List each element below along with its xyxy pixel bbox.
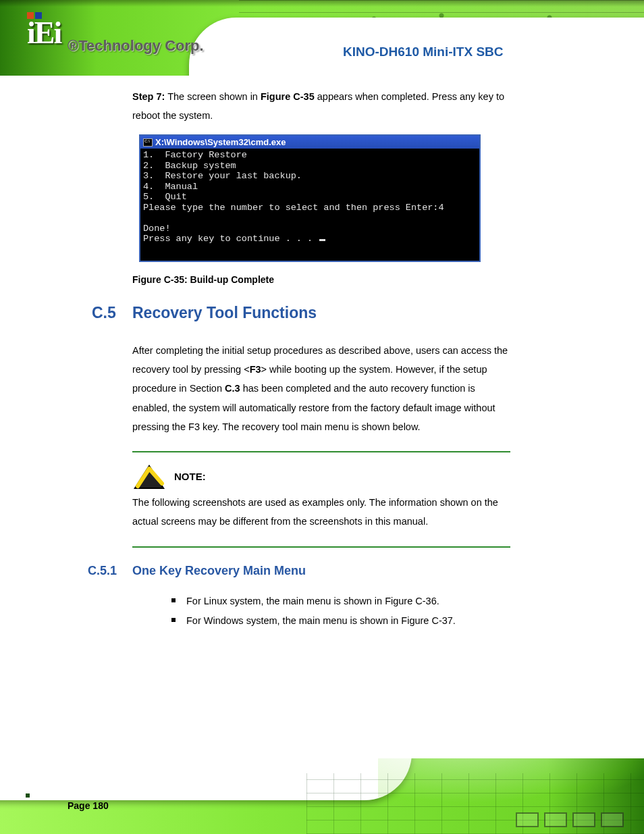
step-text-a: The screen shown in xyxy=(167,91,261,102)
console-line-1: 2. Backup system xyxy=(143,161,236,171)
logo-icon: iEi xyxy=(27,12,68,43)
list-item: For Linux system, the main menu is shown… xyxy=(171,592,510,611)
console-line-5: Please type the number to select and the… xyxy=(143,203,444,213)
subsection-num: C.5.1 xyxy=(88,564,117,578)
console-body: 1. Factory Restore 2. Backup system 3. R… xyxy=(140,149,479,261)
section-num: C.5 xyxy=(92,304,116,322)
page-content: Step 7: The screen shown in Figure C-35 … xyxy=(132,88,510,631)
console-titlebar: X:\Windows\System32\cmd.exe xyxy=(140,136,479,149)
subsection-heading-c51: C.5.1 One Key Recovery Main Menu xyxy=(132,564,510,578)
note-box: NOTE: The following screenshots are used… xyxy=(132,451,510,548)
note-icon xyxy=(132,463,166,490)
doc-title: KINO-DH610 Mini-ITX SBC xyxy=(343,45,504,59)
console-title-path: X:\Windows\System32\cmd.exe xyxy=(155,137,286,147)
console-line-0: 1. Factory Restore xyxy=(143,150,247,160)
step0-hidden: Step 0: xyxy=(215,110,246,121)
step-text-c: reboot the system. xyxy=(132,110,213,121)
step-num: Step 7: xyxy=(132,91,165,102)
logo-reg: ® xyxy=(68,37,78,54)
page-number: Page 180 xyxy=(26,800,67,811)
footer-banner xyxy=(0,758,644,834)
step-fig-ref: Figure C-35 xyxy=(261,91,315,102)
step7-text: Step 7: The screen shown in Figure C-35 … xyxy=(132,88,510,125)
list-item: For Windows system, the main menu is sho… xyxy=(171,611,510,631)
bullet-list: For Linux system, the main menu is shown… xyxy=(171,592,510,631)
section-paragraph: After completing the initial setup proce… xyxy=(132,341,510,436)
console-cursor xyxy=(319,239,325,241)
section-heading-c5: C.5 Recovery Tool Functions xyxy=(132,304,510,322)
footer-chip-icons xyxy=(516,812,624,827)
para1-ref: C.3 xyxy=(225,383,240,394)
cmd-icon xyxy=(143,138,153,147)
header-banner: iEi ®Technology Corp. KINO-DH610 Mini-IT… xyxy=(0,0,644,76)
para1-key: F3 xyxy=(250,364,261,375)
note-title: NOTE: xyxy=(174,467,206,486)
logo-tagline: ®Technology Corp. xyxy=(68,37,204,55)
logo-text: iEi xyxy=(27,15,61,51)
note-head: NOTE: xyxy=(132,463,510,490)
console-line-8: Press any key to continue . . . xyxy=(143,234,318,244)
note-text: The following screenshots are used as ex… xyxy=(132,493,510,531)
logo: iEi xyxy=(27,12,68,43)
page-number-text: Page 180 xyxy=(68,800,109,811)
page-num-dot-icon xyxy=(26,793,30,798)
console-line-4: 5. Quit xyxy=(143,192,187,202)
console-line-7: Done! xyxy=(143,224,171,234)
figure-caption: Figure C-35: Build-up Complete xyxy=(132,274,510,285)
step-text-b: appears when completed. Press any key to xyxy=(315,91,504,102)
console-screenshot: X:\Windows\System32\cmd.exe 1. Factory R… xyxy=(139,134,481,262)
subsection-title: One Key Recovery Main Menu xyxy=(132,564,306,577)
section-title: Recovery Tool Functions xyxy=(132,304,317,321)
logo-tag-text: Technology Corp. xyxy=(78,37,203,54)
console-line-3: 4. Manual xyxy=(143,182,198,192)
console-line-2: 3. Restore your last backup. xyxy=(143,171,302,181)
